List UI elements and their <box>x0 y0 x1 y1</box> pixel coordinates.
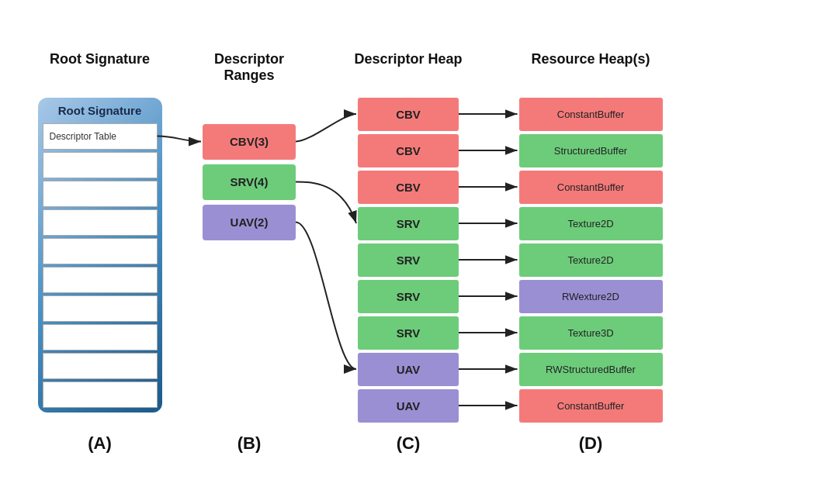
res-constantbuffer-2: ConstantBuffer <box>519 389 663 423</box>
res-rwstructuredbuffer: RWStructuredBuffer <box>519 353 663 386</box>
range-uav: UAV(2) <box>203 205 296 240</box>
rs-row-5 <box>43 267 158 293</box>
root-signature-box: Root Signature Descriptor Table <box>38 98 162 413</box>
heap-cbv-0: CBV <box>358 98 459 131</box>
heap-srv-2: SRV <box>358 280 459 313</box>
res-texture2d-0: Texture2D <box>519 207 663 240</box>
rs-row-2 <box>43 181 158 207</box>
heap-srv-3: SRV <box>358 316 459 350</box>
header-c: Descriptor Heap <box>335 51 482 84</box>
label-c: (C) <box>335 433 482 454</box>
range-srv: SRV(4) <box>203 164 296 200</box>
rs-row-4 <box>43 238 158 264</box>
label-d: (D) <box>505 433 676 454</box>
rs-row-9 <box>43 381 158 408</box>
range-cbv: CBV(3) <box>203 124 296 160</box>
heap-uav-0: UAV <box>358 353 459 386</box>
rs-row-3 <box>43 209 158 236</box>
rs-row-0: Descriptor Table <box>43 123 158 150</box>
res-rwtexture2d: RWexture2D <box>519 280 663 313</box>
column-b-descriptor-ranges: CBV(3) SRV(4) UAV(2) <box>187 98 311 245</box>
res-constantbuffer-1: ConstantBuffer <box>519 171 663 204</box>
diagram-container: Root Signature Descriptor Ranges Descrip… <box>0 0 832 504</box>
rs-row-8 <box>43 353 158 379</box>
res-texture3d: Texture3D <box>519 316 663 350</box>
header-d: Resource Heap(s) <box>505 51 676 84</box>
heap-cbv-1: CBV <box>358 134 459 167</box>
columns-row: Root Signature Descriptor Table CBV(3) S… <box>28 98 804 426</box>
header-b: Descriptor Ranges <box>187 51 311 84</box>
heap-uav-1: UAV <box>358 389 459 423</box>
rs-row-1 <box>43 152 158 178</box>
column-d-resource-heaps: ConstantBuffer StructuredBuffer Constant… <box>505 98 676 426</box>
rs-row-6 <box>43 295 158 322</box>
heap-srv-0: SRV <box>358 207 459 240</box>
label-a: (A) <box>28 433 172 454</box>
column-c-descriptor-heap: CBV CBV CBV SRV SRV SRV SRV UAV UAV <box>335 98 482 426</box>
res-constantbuffer-0: ConstantBuffer <box>519 98 663 131</box>
section-headers: Root Signature Descriptor Ranges Descrip… <box>28 51 804 84</box>
header-a: Root Signature <box>28 51 172 84</box>
section-labels: (A) (B) (C) (D) <box>28 433 804 454</box>
heap-srv-1: SRV <box>358 243 459 277</box>
label-b: (B) <box>187 433 311 454</box>
heap-cbv-2: CBV <box>358 171 459 204</box>
rs-row-7 <box>43 324 158 350</box>
column-a-root-signature: Root Signature Descriptor Table <box>28 98 172 413</box>
res-texture2d-1: Texture2D <box>519 243 663 277</box>
rs-title: Root Signature <box>43 102 158 119</box>
res-structuredbuffer: StructuredBuffer <box>519 134 663 167</box>
